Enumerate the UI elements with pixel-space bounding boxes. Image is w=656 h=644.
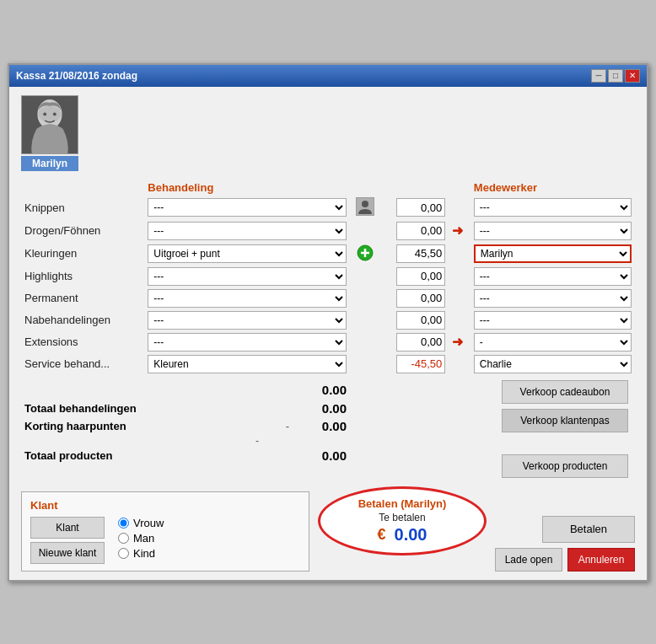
amount-col-6[interactable] [381,331,449,353]
total-producten-row: Totaal producten 0.00 [21,447,493,464]
medewerker-col-1[interactable]: --- [470,220,635,242]
table-row: Nabehandelingen------ [21,309,635,331]
medewerker-col-4[interactable]: --- [470,287,635,309]
amount-col-5[interactable] [381,309,449,331]
lade-open-button[interactable]: Lade open [495,548,562,572]
minimize-button[interactable]: ─ [591,69,606,83]
content-area: Marilyn Behandeling Medewerker Knippen--… [9,87,647,580]
amount-col-2[interactable] [381,242,449,266]
verkoop-klantenpas-button[interactable]: Verkoop klantenpas [502,409,628,432]
maximize-button[interactable]: □ [608,69,623,83]
radio-kind-input[interactable] [118,548,129,559]
behandeling-select-0[interactable]: --- [144,196,350,220]
behandeling-select-1[interactable]: --- [144,220,350,242]
table-row: Highlights------ [21,266,635,287]
medewerker-col-3[interactable]: --- [470,266,635,287]
medewerker-dropdown-5[interactable]: --- [474,311,632,330]
medewerker-col-5[interactable]: --- [470,309,635,331]
medewerker-col-2[interactable]: Marilyn [470,242,635,266]
amount-input-4[interactable] [396,289,445,308]
radio-vrouw-label: Vrouw [133,517,164,529]
medewerker-dropdown-6[interactable]: - [474,333,632,352]
radio-man[interactable]: Man [118,532,164,545]
behandeling-dropdown-2[interactable]: Uitgroei + punt [148,244,347,263]
annuleren-button[interactable]: Annuleren [567,548,635,572]
payment-title: Betalen (Marilyn) [337,497,467,510]
klant-title: Klant [30,499,300,512]
behandeling-select-2[interactable]: Uitgroei + punt [144,242,350,266]
green-plus-button[interactable] [356,244,374,262]
behandeling-select-5[interactable]: --- [144,309,350,331]
amount-input-7[interactable] [396,355,445,373]
amount-col-1[interactable] [381,220,449,242]
medewerker-col-7[interactable]: Charlie [470,353,635,375]
medewerker-dropdown-7[interactable]: Charlie [474,355,632,373]
behandeling-dropdown-4[interactable]: --- [148,289,347,308]
spacer-5 [449,309,470,331]
radio-man-input[interactable] [118,533,129,544]
amount-input-2[interactable] [396,244,445,263]
col-header-amount [381,180,449,196]
spacer-6: ➜ [449,331,470,353]
spacer-1: ➜ [449,220,470,242]
medewerker-dropdown-2[interactable]: Marilyn [474,244,632,263]
amount-input-1[interactable] [396,222,445,240]
amount-col-3[interactable] [381,266,449,287]
behandeling-dropdown-5[interactable]: --- [148,311,347,330]
behandeling-dropdown-6[interactable]: --- [148,333,347,352]
totals-area: 0.00 Totaal behandelingen 0.00 Korting h… [21,380,493,478]
amount-input-3[interactable] [396,267,445,286]
verkoop-producten-button[interactable]: Verkoop producten [502,454,628,478]
close-button[interactable]: ✕ [625,69,640,83]
amount-col-0[interactable] [381,196,449,220]
profile-name: Marilyn [21,156,78,171]
table-row: Extensions---➜- [21,331,635,353]
behandeling-select-3[interactable]: --- [144,266,350,287]
svg-point-2 [38,105,61,121]
radio-kind[interactable]: Kind [118,547,164,560]
behandeling-select-7[interactable]: Kleuren [144,353,350,375]
medewerker-dropdown-4[interactable]: --- [474,289,632,308]
amount-input-6[interactable] [396,333,445,352]
spacer-4 [449,287,470,309]
medewerker-col-0[interactable]: --- [470,196,635,220]
table-row: Permanent------ [21,287,635,309]
medewerker-dropdown-1[interactable]: --- [474,222,632,240]
radio-man-label: Man [133,532,154,545]
person-icon-button[interactable] [356,197,374,216]
betalen-button[interactable]: Betalen [542,516,635,543]
behandeling-select-6[interactable]: --- [144,331,350,353]
medewerker-dropdown-0[interactable]: --- [474,198,632,217]
col-header-spacer [449,180,470,196]
amount-input-5[interactable] [396,311,445,330]
klant-section: Klant Klant Nieuwe klant Vrouw Man [21,491,309,572]
payment-area: Betalen (Marilyn) Te betalen € 0.00 [318,486,487,572]
col-header-icon [350,180,381,196]
radio-group: Vrouw Man Kind [118,517,164,560]
total-producten-label: Totaal producten [21,447,276,464]
radio-vrouw-input[interactable] [118,518,129,529]
behandeling-dropdown-3[interactable]: --- [148,267,347,286]
medewerker-dropdown-3[interactable]: --- [474,267,632,286]
amount-col-4[interactable] [381,287,449,309]
bottom-row-buttons: Lade open Annuleren [495,548,635,572]
behandeling-dropdown-7[interactable]: Kleuren [148,355,347,373]
radio-vrouw[interactable]: Vrouw [118,517,164,529]
col-header-empty [21,180,144,196]
medewerker-col-6[interactable]: - [470,331,635,353]
klant-buttons: Klant Nieuwe klant [30,517,105,564]
behandeling-dropdown-1[interactable]: --- [148,222,347,240]
bottom-section: Klant Klant Nieuwe klant Vrouw Man [21,486,635,572]
amount-input-0[interactable] [396,198,445,217]
total-producten-value: 0.00 [299,447,350,464]
behandeling-select-4[interactable]: --- [144,287,350,309]
total-behandelingen-label-row: Totaal behandelingen 0.00 [21,400,493,417]
totals-and-side: 0.00 Totaal behandelingen 0.00 Korting h… [21,380,635,478]
row-label-2: Kleuringen [21,242,144,266]
amount-col-7[interactable] [381,353,449,375]
klant-button[interactable]: Klant [30,517,105,539]
nieuwe-klant-button[interactable]: Nieuwe klant [30,542,105,564]
profile-box: Marilyn [21,95,78,171]
behandeling-dropdown-0[interactable]: --- [148,198,347,217]
verkoop-cadeaubon-button[interactable]: Verkoop cadeaubon [502,380,628,404]
